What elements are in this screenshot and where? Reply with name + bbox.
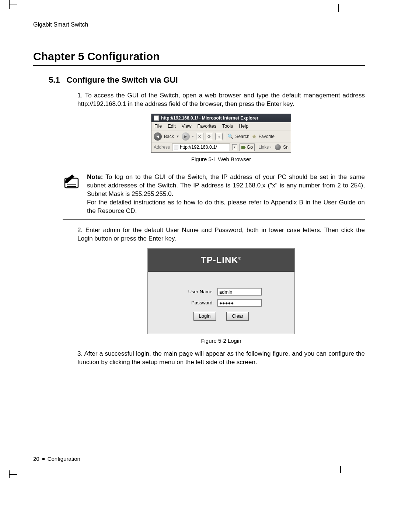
address-field[interactable]: http://192.168.0.1/: [172, 144, 230, 151]
step-number: 1.: [77, 92, 83, 99]
username-field[interactable]: admin: [217, 288, 262, 296]
password-field[interactable]: ●●●●●: [217, 299, 262, 307]
ie-toolbar: ◄ Back ▼ ► ▾ ✕ ⟳ ⌂ 🔍 Search ★ Favorite: [151, 131, 291, 142]
search-label[interactable]: Search: [235, 134, 249, 139]
footer-bullet-icon: [42, 458, 45, 460]
chapter-title: Chapter 5 Configuration: [33, 50, 365, 63]
address-label: Address: [154, 144, 170, 150]
chapter-rule: [33, 65, 365, 66]
step-text: To access the GUI of the Switch, open a …: [77, 92, 365, 107]
figure-2-caption: Figure 5-2 Login: [77, 337, 365, 345]
running-header: Gigabit Smart Switch: [33, 21, 365, 28]
username-label: User Name:: [181, 289, 214, 295]
forward-button-icon[interactable]: ►: [182, 132, 190, 141]
clear-button[interactable]: Clear: [226, 312, 249, 321]
login-button[interactable]: Login: [193, 312, 216, 321]
go-arrow-icon: [241, 145, 246, 149]
ie-menubar: File Edit View Favorites Tools Help: [151, 122, 291, 131]
step-text: Enter admin for the default User Name an…: [77, 227, 365, 242]
address-dropdown-icon[interactable]: ▾: [232, 144, 237, 150]
page-number: 20: [33, 456, 39, 462]
page-icon: [174, 145, 178, 149]
note-body-2: For the detailed instructions as to how …: [87, 199, 365, 214]
note-rule-bottom: [63, 219, 365, 220]
step-text: After a successful login, the main page …: [77, 350, 365, 366]
login-window: TP-LINK® User Name: admin Password: ●●●●…: [147, 248, 295, 334]
forward-dropdown-icon[interactable]: ▾: [192, 134, 194, 139]
footer-section: Configuration: [48, 456, 80, 462]
section-title: Configure the Switch via GUI: [67, 75, 178, 85]
step-1: 1. To access the GUI of the Switch, open…: [77, 91, 365, 163]
back-button-icon[interactable]: ◄: [154, 132, 162, 141]
search-icon[interactable]: 🔍: [227, 133, 233, 140]
menu-help[interactable]: Help: [239, 123, 248, 129]
note-body-1: To log on to the GUI of the Switch, the …: [87, 173, 365, 197]
brand-text: TP-LINK: [201, 255, 238, 265]
address-url: http://192.168.0.1/: [180, 144, 217, 151]
back-dropdown-icon[interactable]: ▼: [176, 134, 179, 139]
note-text: Note: To log on to the GUI of the Switch…: [87, 173, 365, 215]
refresh-icon[interactable]: ⟳: [206, 133, 213, 140]
ie-title-text: http://192.168.0.1/ - Microsoft Internet…: [161, 115, 258, 121]
menu-edit[interactable]: Edit: [168, 123, 176, 129]
home-icon[interactable]: ⌂: [215, 133, 223, 140]
go-button[interactable]: Go: [240, 144, 255, 151]
go-label: Go: [247, 144, 253, 151]
links-button[interactable]: Links »: [257, 144, 273, 150]
password-label: Password:: [181, 300, 214, 306]
menu-tools[interactable]: Tools: [222, 123, 233, 129]
section-number: 5.1: [49, 75, 60, 85]
step-3: 3. After a successful login, the main pa…: [77, 350, 365, 367]
sn-label: Sn: [283, 144, 289, 150]
note-block: Note: To log on to the GUI of the Switch…: [63, 170, 365, 220]
figure-1-caption: Figure 5-1 Web Browser: [77, 156, 365, 163]
step-number: 3.: [77, 350, 83, 357]
toolbar-separator: [225, 132, 225, 141]
ie-window: http://192.168.0.1/ - Microsoft Internet…: [151, 114, 291, 153]
links-label: Links: [258, 144, 269, 150]
section-heading: 5.1 Configure the Switch via GUI: [33, 75, 365, 85]
ie-titlebar: http://192.168.0.1/ - Microsoft Internet…: [151, 114, 291, 122]
figure-1: http://192.168.0.1/ - Microsoft Internet…: [77, 114, 365, 163]
step-number: 2.: [77, 227, 83, 234]
stop-icon[interactable]: ✕: [196, 133, 203, 140]
links-chevron-icon: »: [269, 145, 271, 149]
ie-app-icon: [154, 115, 159, 121]
menu-favorites[interactable]: Favorites: [198, 123, 216, 129]
menu-file[interactable]: File: [154, 123, 162, 129]
favorites-star-icon[interactable]: ★: [252, 133, 256, 140]
favorites-label[interactable]: Favorite: [259, 134, 275, 139]
network-status-icon: [275, 144, 281, 150]
menu-view[interactable]: View: [182, 123, 192, 129]
ie-address-bar: Address http://192.168.0.1/ ▾ Go Links: [151, 142, 291, 152]
page-footer: 20 Configuration: [33, 456, 80, 462]
login-brand: TP-LINK®: [148, 249, 294, 272]
back-label[interactable]: Back: [164, 134, 174, 139]
note-icon: [63, 173, 80, 215]
note-label: Note:: [87, 173, 103, 180]
section-rule: [185, 81, 365, 81]
step-2: 2. Enter admin for the default User Name…: [77, 226, 365, 345]
brand-reg-icon: ®: [238, 256, 241, 260]
figure-2: TP-LINK® User Name: admin Password: ●●●●…: [77, 248, 365, 345]
login-form: User Name: admin Password: ●●●●● Login C…: [148, 272, 294, 334]
